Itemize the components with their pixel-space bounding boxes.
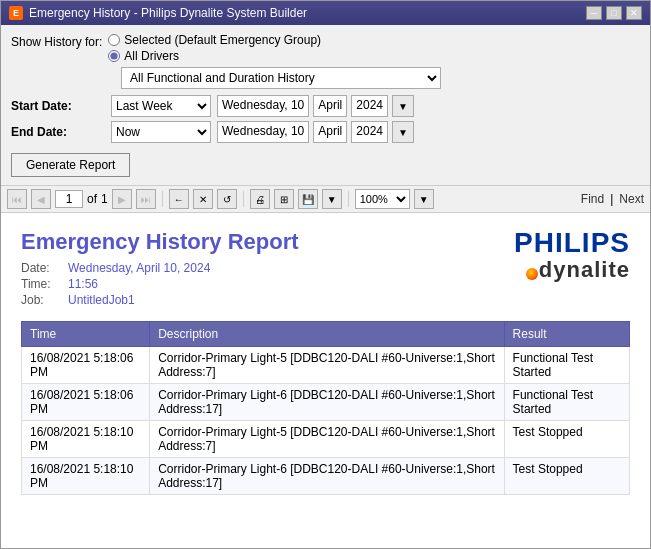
col-result: Result <box>504 322 629 347</box>
cell-description: Corridor-Primary Light-6 [DDBC120-DALI #… <box>150 384 504 421</box>
cell-time: 16/08/2021 5:18:10 PM <box>22 421 150 458</box>
toolbar-sep-3 <box>348 191 349 207</box>
start-date-row: Start Date: Last Week Wednesday, 10 Apri… <box>11 95 640 117</box>
job-meta-value: UntitledJob1 <box>68 293 135 307</box>
show-history-label: Show History for: <box>11 35 102 49</box>
col-description: Description <box>150 322 504 347</box>
time-row-meta: Time: 11:56 <box>21 277 299 291</box>
prev-page-button[interactable]: ◀ <box>31 189 51 209</box>
close-button[interactable]: ✕ <box>626 6 642 20</box>
toolbar-divider: | <box>610 192 613 206</box>
refresh-button[interactable]: ↺ <box>217 189 237 209</box>
dynalite-dot-icon <box>526 268 538 280</box>
stop-button[interactable]: ✕ <box>193 189 213 209</box>
end-date-month: April <box>313 121 347 143</box>
radio-group: Selected (Default Emergency Group) All D… <box>108 33 321 63</box>
dynalite-text: dynalite <box>539 257 630 282</box>
report-title: Emergency History Report <box>21 229 299 255</box>
zoom-select[interactable]: 100% <box>355 189 410 209</box>
philips-logo: PHILIPS dynalite <box>514 229 630 283</box>
radio-selected[interactable] <box>108 34 120 46</box>
title-bar-left: E Emergency History - Philips Dynalite S… <box>9 6 307 20</box>
radio-selected-label: Selected (Default Emergency Group) <box>124 33 321 47</box>
radio-all-label: All Drivers <box>124 49 179 63</box>
cell-result: Test Stopped <box>504 458 629 495</box>
table-header: Time Description Result <box>22 322 630 347</box>
main-window: E Emergency History - Philips Dynalite S… <box>0 0 651 549</box>
back-button[interactable]: ← <box>169 189 189 209</box>
title-bar: E Emergency History - Philips Dynalite S… <box>1 1 650 25</box>
start-date-dropdown[interactable]: Last Week <box>111 95 211 117</box>
end-date-calendar-button[interactable]: ▼ <box>392 121 414 143</box>
export-button[interactable]: ▼ <box>322 189 342 209</box>
report-area: Emergency History Report Date: Wednesday… <box>1 213 650 548</box>
time-meta-value: 11:56 <box>68 277 98 291</box>
next-page-button[interactable]: ▶ <box>112 189 132 209</box>
start-date-calendar-button[interactable]: ▼ <box>392 95 414 117</box>
zoom-dropdown-button[interactable]: ▼ <box>414 189 434 209</box>
date-meta-value: Wednesday, April 10, 2024 <box>68 261 210 275</box>
maximize-button[interactable]: □ <box>606 6 622 20</box>
page-total: 1 <box>101 192 108 206</box>
cell-result: Functional Test Started <box>504 384 629 421</box>
table-row: 16/08/2021 5:18:10 PMCorridor-Primary Li… <box>22 458 630 495</box>
end-date-dropdown[interactable]: Now <box>111 121 211 143</box>
window-title: Emergency History - Philips Dynalite Sys… <box>29 6 307 20</box>
report-table: Time Description Result 16/08/2021 5:18:… <box>21 321 630 495</box>
history-type-row: All Functional and Duration History <box>11 67 640 89</box>
report-meta: Date: Wednesday, April 10, 2024 Time: 11… <box>21 261 299 307</box>
table-row: 16/08/2021 5:18:06 PMCorridor-Primary Li… <box>22 384 630 421</box>
radio-all-row: All Drivers <box>108 49 321 63</box>
minimize-button[interactable]: ─ <box>586 6 602 20</box>
last-page-button[interactable]: ⏭ <box>136 189 156 209</box>
page-of-label: of <box>87 192 97 206</box>
page-number-input[interactable] <box>55 190 83 208</box>
date-row-meta: Date: Wednesday, April 10, 2024 <box>21 261 299 275</box>
toolbar-sep-2 <box>243 191 244 207</box>
table-row: 16/08/2021 5:18:10 PMCorridor-Primary Li… <box>22 421 630 458</box>
save-button[interactable]: 💾 <box>298 189 318 209</box>
cell-description: Corridor-Primary Light-6 [DDBC120-DALI #… <box>150 458 504 495</box>
date-meta-label: Date: <box>21 261 56 275</box>
start-date-month: April <box>313 95 347 117</box>
start-date-day: Wednesday, 10 <box>217 95 309 117</box>
print-button[interactable]: 🖨 <box>250 189 270 209</box>
philips-text: PHILIPS <box>514 229 630 257</box>
end-date-label: End Date: <box>11 125 111 139</box>
start-date-label: Start Date: <box>11 99 111 113</box>
find-button[interactable]: Find <box>581 192 604 206</box>
view-button[interactable]: ⊞ <box>274 189 294 209</box>
cell-time: 16/08/2021 5:18:06 PM <box>22 347 150 384</box>
job-meta-label: Job: <box>21 293 56 307</box>
next-button[interactable]: Next <box>619 192 644 206</box>
generate-report-button[interactable]: Generate Report <box>11 153 130 177</box>
radio-all[interactable] <box>108 50 120 62</box>
time-meta-label: Time: <box>21 277 56 291</box>
cell-result: Test Stopped <box>504 421 629 458</box>
table-row: 16/08/2021 5:18:06 PMCorridor-Primary Li… <box>22 347 630 384</box>
col-time: Time <box>22 322 150 347</box>
start-date-year: 2024 <box>351 95 388 117</box>
report-header-left: Emergency History Report Date: Wednesday… <box>21 229 299 309</box>
end-date-day: Wednesday, 10 <box>217 121 309 143</box>
dynalite-branding: dynalite <box>514 257 630 283</box>
radio-selected-row: Selected (Default Emergency Group) <box>108 33 321 47</box>
page-info: of 1 <box>55 190 108 208</box>
first-page-button[interactable]: ⏮ <box>7 189 27 209</box>
report-header: Emergency History Report Date: Wednesday… <box>21 229 630 309</box>
show-history-row: Show History for: Selected (Default Emer… <box>11 33 640 63</box>
cell-description: Corridor-Primary Light-5 [DDBC120-DALI #… <box>150 347 504 384</box>
cell-result: Functional Test Started <box>504 347 629 384</box>
cell-time: 16/08/2021 5:18:06 PM <box>22 384 150 421</box>
control-panel: Show History for: Selected (Default Emer… <box>1 25 650 185</box>
start-date-text-row: Wednesday, 10 April 2024 ▼ <box>217 95 414 117</box>
table-body: 16/08/2021 5:18:06 PMCorridor-Primary Li… <box>22 347 630 495</box>
cell-description: Corridor-Primary Light-5 [DDBC120-DALI #… <box>150 421 504 458</box>
report-toolbar: ⏮ ◀ of 1 ▶ ⏭ ← ✕ ↺ 🖨 ⊞ 💾 ▼ 100% ▼ Find |… <box>1 185 650 213</box>
history-type-dropdown[interactable]: All Functional and Duration History <box>121 67 441 89</box>
end-date-year: 2024 <box>351 121 388 143</box>
job-row-meta: Job: UntitledJob1 <box>21 293 299 307</box>
end-date-row: End Date: Now Wednesday, 10 April 2024 ▼ <box>11 121 640 143</box>
window-controls: ─ □ ✕ <box>586 6 642 20</box>
toolbar-sep-1 <box>162 191 163 207</box>
